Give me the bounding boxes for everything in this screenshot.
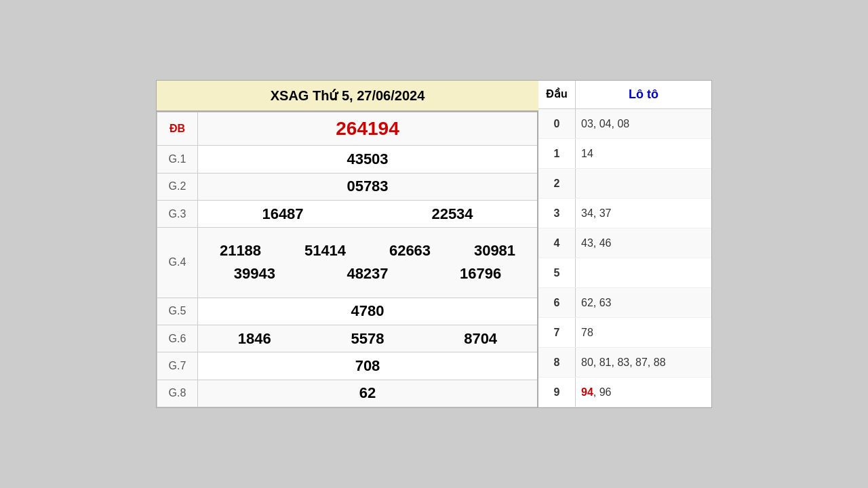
loto-row: 5	[538, 258, 711, 288]
loto-dau: 9	[538, 378, 576, 407]
loto-row: 334, 37	[538, 199, 711, 228]
prize-label: G.6	[157, 325, 198, 352]
loto-dau: 6	[538, 288, 576, 317]
loto-dau: 1	[538, 139, 576, 168]
loto-row: 994, 96	[538, 378, 711, 407]
loto-vals: 80, 81, 83, 87, 88	[576, 352, 711, 373]
prize-row: G.205783	[157, 173, 538, 200]
prize-values: 184655788704	[198, 325, 538, 352]
loto-header-loto: Lô tô	[576, 81, 711, 108]
prize-values: 21188514146266330981399434823716796	[198, 228, 538, 298]
loto-row: 2	[538, 169, 711, 199]
loto-vals: 94, 96	[576, 382, 711, 403]
prize-row: G.143503	[157, 146, 538, 173]
prize-values: 43503	[198, 146, 538, 173]
prize-values: 4780	[198, 298, 538, 325]
prize-values: 62	[198, 380, 538, 407]
loto-vals	[576, 180, 711, 188]
prize-label: G.8	[157, 380, 198, 407]
main-container: XSAG Thứ 5, 27/06/2024 ĐB264194G.143503G…	[156, 80, 712, 408]
prize-row: G.54780	[157, 298, 538, 325]
lottery-title: XSAG Thứ 5, 27/06/2024	[157, 81, 538, 112]
prize-label: G.5	[157, 298, 198, 325]
prize-row: G.6184655788704	[157, 325, 538, 352]
loto-dau: 4	[538, 228, 576, 258]
loto-row: 778	[538, 318, 711, 348]
prize-values: 1648722534	[198, 201, 538, 228]
loto-row: 003, 04, 08	[538, 109, 711, 139]
loto-row: 662, 63	[538, 288, 711, 318]
prize-row: G.31648722534	[157, 201, 538, 228]
loto-dau: 8	[538, 348, 576, 377]
loto-dau: 0	[538, 109, 576, 138]
loto-header-dau: Đầu	[538, 81, 576, 108]
prize-values: 708	[198, 352, 538, 380]
prize-label: G.4	[157, 228, 198, 298]
prize-label: G.3	[157, 201, 198, 228]
loto-vals: 14	[576, 144, 711, 164]
prize-values: 05783	[198, 173, 538, 200]
prize-row: ĐB264194	[157, 113, 538, 146]
prize-row: G.862	[157, 380, 538, 407]
prize-values: 264194	[198, 113, 538, 146]
loto-vals: 34, 37	[576, 203, 711, 224]
loto-vals	[576, 269, 711, 277]
loto-dau: 5	[538, 258, 576, 287]
loto-dau: 7	[538, 318, 576, 347]
loto-dau: 3	[538, 199, 576, 228]
loto-dau: 2	[538, 169, 576, 198]
loto-row: 114	[538, 139, 711, 169]
loto-rows: 003, 04, 081142334, 37443, 465662, 63778…	[538, 109, 711, 407]
loto-row: 443, 46	[538, 228, 711, 258]
loto-vals: 62, 63	[576, 293, 711, 313]
prizes-table: ĐB264194G.143503G.205783G.31648722534G.4…	[157, 112, 538, 407]
prize-label: G.1	[157, 146, 198, 173]
loto-vals: 78	[576, 323, 711, 343]
loto-section: Đầu Lô tô 003, 04, 081142334, 37443, 465…	[538, 81, 711, 407]
loto-row: 880, 81, 83, 87, 88	[538, 348, 711, 378]
lottery-section: XSAG Thứ 5, 27/06/2024 ĐB264194G.143503G…	[157, 81, 538, 407]
prize-row: G.421188514146266330981399434823716796	[157, 228, 538, 298]
prize-label: ĐB	[157, 113, 198, 146]
prize-row: G.7708	[157, 352, 538, 380]
prize-label: G.7	[157, 352, 198, 380]
loto-header: Đầu Lô tô	[538, 81, 711, 109]
loto-vals: 43, 46	[576, 233, 711, 253]
loto-vals: 03, 04, 08	[576, 114, 711, 134]
prize-label: G.2	[157, 173, 198, 200]
